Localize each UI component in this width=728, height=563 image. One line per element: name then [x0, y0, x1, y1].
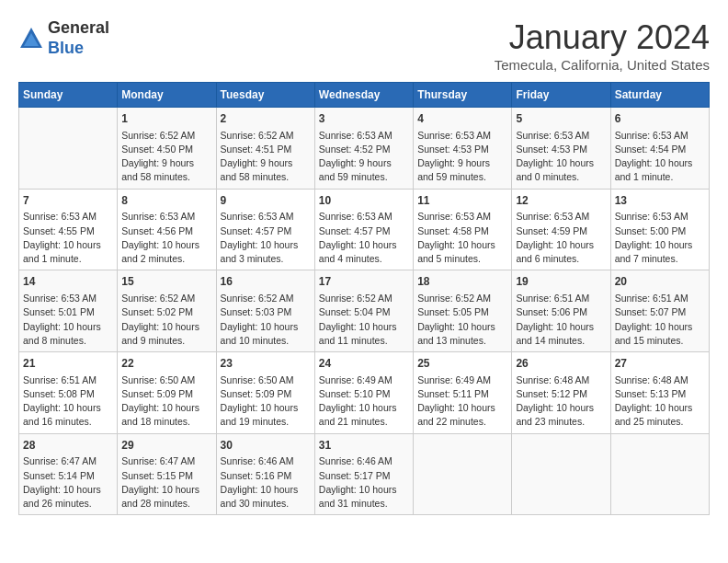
location-subtitle: Temecula, California, United States — [495, 57, 710, 73]
day-number: 13 — [615, 193, 705, 209]
day-info: Sunrise: 6:48 AMSunset: 5:13 PMDaylight:… — [615, 373, 705, 430]
calendar-cell: 3Sunrise: 6:53 AMSunset: 4:52 PMDaylight… — [314, 108, 413, 190]
day-number: 5 — [516, 111, 606, 127]
day-number: 2 — [221, 111, 311, 127]
day-number: 14 — [23, 274, 113, 290]
header-monday: Monday — [118, 83, 216, 108]
day-info: Sunrise: 6:51 AMSunset: 5:06 PMDaylight:… — [516, 292, 606, 348]
calendar-cell: 28Sunrise: 6:47 AMSunset: 5:14 PMDayligh… — [19, 433, 118, 515]
day-number: 4 — [417, 111, 507, 127]
day-number: 19 — [516, 274, 606, 290]
calendar-cell: 22Sunrise: 6:50 AMSunset: 5:09 PMDayligh… — [118, 352, 216, 434]
calendar-cell — [512, 433, 610, 515]
calendar-cell: 7Sunrise: 6:53 AMSunset: 4:55 PMDaylight… — [19, 189, 118, 270]
calendar-cell: 18Sunrise: 6:52 AMSunset: 5:05 PMDayligh… — [414, 270, 512, 352]
day-info: Sunrise: 6:52 AMSunset: 5:02 PMDaylight:… — [121, 292, 211, 348]
calendar-cell: 16Sunrise: 6:52 AMSunset: 5:03 PMDayligh… — [216, 270, 314, 352]
day-number: 27 — [615, 356, 705, 372]
day-info: Sunrise: 6:53 AMSunset: 4:53 PMDaylight:… — [516, 129, 606, 185]
calendar-cell: 26Sunrise: 6:48 AMSunset: 5:12 PMDayligh… — [512, 352, 610, 434]
header-saturday: Saturday — [610, 83, 709, 108]
calendar-cell: 27Sunrise: 6:48 AMSunset: 5:13 PMDayligh… — [610, 352, 709, 434]
calendar-cell: 4Sunrise: 6:53 AMSunset: 4:53 PMDaylight… — [414, 108, 512, 190]
header-row: SundayMondayTuesdayWednesdayThursdayFrid… — [19, 83, 710, 108]
calendar-cell — [610, 433, 709, 515]
calendar-cell: 20Sunrise: 6:51 AMSunset: 5:07 PMDayligh… — [610, 270, 709, 352]
day-number: 23 — [221, 356, 311, 372]
day-number: 21 — [23, 356, 113, 372]
day-number: 30 — [221, 438, 311, 454]
day-info: Sunrise: 6:52 AMSunset: 5:05 PMDaylight:… — [417, 292, 507, 348]
day-info: Sunrise: 6:47 AMSunset: 5:15 PMDaylight:… — [121, 454, 211, 511]
day-number: 7 — [23, 193, 113, 209]
day-number: 15 — [121, 274, 211, 290]
day-number: 12 — [516, 193, 606, 209]
day-number: 9 — [221, 193, 311, 209]
calendar-cell: 14Sunrise: 6:53 AMSunset: 5:01 PMDayligh… — [19, 270, 118, 352]
logo-general-text: General — [48, 18, 109, 37]
calendar-cell: 21Sunrise: 6:51 AMSunset: 5:08 PMDayligh… — [19, 352, 118, 434]
calendar-cell: 31Sunrise: 6:46 AMSunset: 5:17 PMDayligh… — [314, 433, 413, 515]
day-info: Sunrise: 6:53 AMSunset: 5:00 PMDaylight:… — [615, 210, 705, 266]
calendar-cell: 5Sunrise: 6:53 AMSunset: 4:53 PMDaylight… — [512, 108, 610, 190]
day-info: Sunrise: 6:49 AMSunset: 5:10 PMDaylight:… — [319, 373, 409, 430]
day-info: Sunrise: 6:52 AMSunset: 4:51 PMDaylight:… — [221, 129, 311, 185]
header-tuesday: Tuesday — [216, 83, 314, 108]
calendar-cell: 11Sunrise: 6:53 AMSunset: 4:58 PMDayligh… — [414, 189, 512, 270]
day-info: Sunrise: 6:52 AMSunset: 5:03 PMDaylight:… — [221, 292, 311, 348]
day-number: 22 — [121, 356, 211, 372]
day-info: Sunrise: 6:53 AMSunset: 4:57 PMDaylight:… — [221, 210, 311, 266]
day-info: Sunrise: 6:53 AMSunset: 4:53 PMDaylight:… — [417, 129, 507, 185]
day-info: Sunrise: 6:53 AMSunset: 4:57 PMDaylight:… — [319, 210, 409, 266]
calendar-header: SundayMondayTuesdayWednesdayThursdayFrid… — [19, 83, 710, 108]
day-info: Sunrise: 6:53 AMSunset: 4:59 PMDaylight:… — [516, 210, 606, 266]
header-wednesday: Wednesday — [314, 83, 413, 108]
calendar-cell: 2Sunrise: 6:52 AMSunset: 4:51 PMDaylight… — [216, 108, 314, 190]
day-number: 11 — [417, 193, 507, 209]
day-info: Sunrise: 6:53 AMSunset: 5:01 PMDaylight:… — [23, 292, 113, 348]
day-info: Sunrise: 6:47 AMSunset: 5:14 PMDaylight:… — [23, 454, 113, 511]
week-row-3: 14Sunrise: 6:53 AMSunset: 5:01 PMDayligh… — [19, 270, 710, 352]
day-number: 1 — [121, 111, 211, 127]
day-info: Sunrise: 6:50 AMSunset: 5:09 PMDaylight:… — [121, 373, 211, 430]
calendar-cell: 13Sunrise: 6:53 AMSunset: 5:00 PMDayligh… — [610, 189, 709, 270]
calendar-cell: 10Sunrise: 6:53 AMSunset: 4:57 PMDayligh… — [314, 189, 413, 270]
day-number: 31 — [319, 438, 409, 454]
week-row-2: 7Sunrise: 6:53 AMSunset: 4:55 PMDaylight… — [19, 189, 710, 270]
day-number: 24 — [319, 356, 409, 372]
day-info: Sunrise: 6:53 AMSunset: 4:56 PMDaylight:… — [121, 210, 211, 266]
day-number: 26 — [516, 356, 606, 372]
calendar-cell: 15Sunrise: 6:52 AMSunset: 5:02 PMDayligh… — [118, 270, 216, 352]
calendar-cell: 6Sunrise: 6:53 AMSunset: 4:54 PMDaylight… — [610, 108, 709, 190]
calendar-cell: 24Sunrise: 6:49 AMSunset: 5:10 PMDayligh… — [314, 352, 413, 434]
day-number: 28 — [23, 438, 113, 454]
day-number: 29 — [121, 438, 211, 454]
header-thursday: Thursday — [414, 83, 512, 108]
calendar-cell: 25Sunrise: 6:49 AMSunset: 5:11 PMDayligh… — [414, 352, 512, 434]
calendar-cell: 19Sunrise: 6:51 AMSunset: 5:06 PMDayligh… — [512, 270, 610, 352]
calendar-cell — [19, 108, 118, 190]
calendar-cell: 23Sunrise: 6:50 AMSunset: 5:09 PMDayligh… — [216, 352, 314, 434]
day-info: Sunrise: 6:49 AMSunset: 5:11 PMDaylight:… — [417, 373, 507, 430]
calendar-cell: 17Sunrise: 6:52 AMSunset: 5:04 PMDayligh… — [314, 270, 413, 352]
day-info: Sunrise: 6:50 AMSunset: 5:09 PMDaylight:… — [221, 373, 311, 430]
day-info: Sunrise: 6:53 AMSunset: 4:55 PMDaylight:… — [23, 210, 113, 266]
calendar-cell: 30Sunrise: 6:46 AMSunset: 5:16 PMDayligh… — [216, 433, 314, 515]
day-info: Sunrise: 6:52 AMSunset: 5:04 PMDaylight:… — [319, 292, 409, 348]
day-number: 20 — [615, 274, 705, 290]
calendar-cell: 9Sunrise: 6:53 AMSunset: 4:57 PMDaylight… — [216, 189, 314, 270]
logo-blue-text: Blue — [48, 39, 84, 57]
day-info: Sunrise: 6:48 AMSunset: 5:12 PMDaylight:… — [516, 373, 606, 430]
header-friday: Friday — [512, 83, 610, 108]
day-number: 18 — [417, 274, 507, 290]
day-info: Sunrise: 6:51 AMSunset: 5:08 PMDaylight:… — [23, 373, 113, 430]
week-row-4: 21Sunrise: 6:51 AMSunset: 5:08 PMDayligh… — [19, 352, 710, 434]
day-info: Sunrise: 6:53 AMSunset: 4:54 PMDaylight:… — [615, 129, 705, 185]
week-row-1: 1Sunrise: 6:52 AMSunset: 4:50 PMDaylight… — [19, 108, 710, 190]
day-number: 6 — [615, 111, 705, 127]
calendar-cell: 8Sunrise: 6:53 AMSunset: 4:56 PMDaylight… — [118, 189, 216, 270]
day-info: Sunrise: 6:52 AMSunset: 4:50 PMDaylight:… — [121, 129, 211, 185]
page-header: General Blue January 2024 Temecula, Cali… — [18, 18, 710, 73]
logo-icon — [18, 26, 44, 52]
header-sunday: Sunday — [19, 83, 118, 108]
